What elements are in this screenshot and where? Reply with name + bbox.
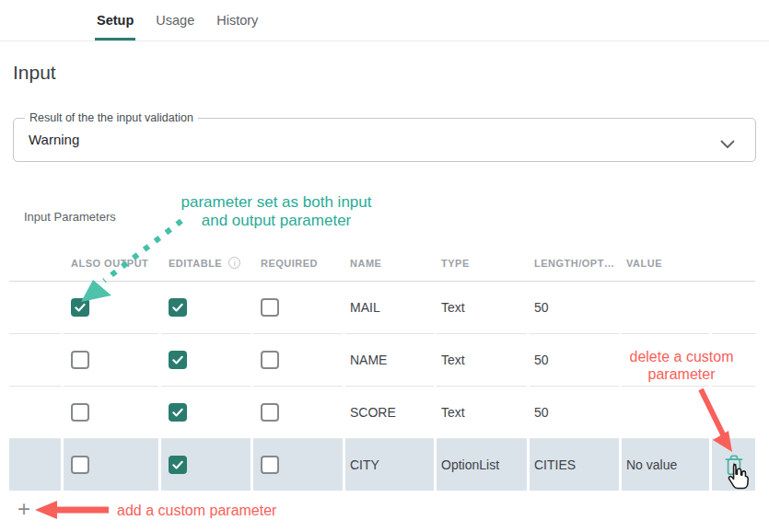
validation-result-select[interactable]: Result of the the input validation Warni…: [13, 118, 756, 162]
length-cell: 50: [530, 334, 619, 387]
type-cell: Text: [437, 387, 527, 439]
required-cell: [253, 387, 343, 439]
name-cell: CITY: [345, 439, 434, 491]
actions-cell: [712, 439, 755, 491]
input-parameters-table: ALSO OUTPUT EDITABLE i REQUIRED NAME TYP…: [9, 245, 755, 491]
value-cell: [622, 334, 709, 387]
required-cell: [253, 439, 343, 491]
value-cell: [622, 282, 709, 334]
value-cell: [622, 387, 709, 439]
header-name: NAME: [345, 258, 434, 269]
name-cell: SCORE: [345, 387, 434, 439]
header-value: VALUE: [622, 258, 709, 269]
editable-checkbox[interactable]: [169, 403, 187, 422]
required-checkbox[interactable]: [261, 351, 279, 369]
also-output-checkbox[interactable]: [71, 351, 89, 369]
table-row: CITYOptionListCITIESNo value: [9, 439, 755, 491]
type-cell: OptionList: [437, 439, 527, 491]
length-cell: CITIES: [530, 439, 619, 491]
header-type: TYPE: [437, 258, 527, 269]
row-spacer-cell: [9, 282, 61, 334]
annotation-add: add a custom parameter: [117, 502, 329, 520]
input-parameters-label: Input Parameters: [24, 210, 769, 225]
tab-usage[interactable]: Usage: [154, 0, 196, 40]
header-required: REQUIRED: [253, 258, 343, 269]
table-row: MAILText50: [9, 282, 755, 334]
actions-cell: [712, 282, 755, 334]
tab-bar: Setup Usage History: [0, 0, 769, 41]
also-output-checkbox[interactable]: [71, 298, 89, 317]
length-cell: 50: [530, 282, 619, 334]
also-output-cell: [64, 334, 158, 387]
tab-history[interactable]: History: [215, 0, 260, 40]
header-editable: EDITABLE i: [161, 257, 251, 269]
editable-cell: [161, 387, 251, 439]
type-cell: Text: [437, 334, 527, 387]
also-output-cell: [64, 282, 158, 334]
length-cell: 50: [530, 387, 619, 439]
also-output-checkbox[interactable]: [71, 403, 89, 422]
header-editable-label: EDITABLE: [169, 258, 222, 269]
chevron-down-icon: [720, 136, 735, 153]
editable-cell: [161, 439, 251, 491]
red-add-arrow: [35, 501, 109, 519]
also-output-checkbox[interactable]: [71, 456, 89, 474]
required-checkbox[interactable]: [261, 456, 279, 474]
tab-setup[interactable]: Setup: [95, 0, 135, 40]
editable-cell: [161, 334, 251, 387]
editable-checkbox[interactable]: [169, 456, 187, 474]
param-rows: MAILText50NAMEText50SCOREText50CITYOptio…: [9, 282, 755, 491]
table-row: SCOREText50: [9, 387, 755, 439]
value-cell: No value: [622, 439, 709, 491]
name-cell: MAIL: [345, 282, 434, 334]
validation-result-label: Result of the the input validation: [25, 111, 198, 124]
also-output-cell: [64, 387, 158, 439]
required-checkbox[interactable]: [261, 298, 279, 317]
add-parameter-button[interactable]: +: [13, 498, 35, 522]
required-cell: [253, 282, 343, 334]
annotation-both-io-line1: parameter set as both input: [162, 193, 390, 212]
actions-cell: [712, 334, 755, 387]
header-also-output: ALSO OUTPUT: [64, 258, 158, 269]
header-length: LENGTH/OPT…: [530, 258, 619, 269]
required-cell: [253, 334, 343, 387]
page-title: Input: [13, 61, 769, 85]
row-spacer-cell: [9, 439, 61, 491]
type-cell: Text: [437, 282, 527, 334]
editable-checkbox[interactable]: [169, 351, 187, 369]
table-row: NAMEText50: [9, 334, 755, 387]
actions-cell: [712, 387, 755, 439]
trash-icon[interactable]: [724, 454, 744, 477]
also-output-cell: [64, 439, 158, 491]
editable-checkbox[interactable]: [169, 298, 187, 317]
table-header-row: ALSO OUTPUT EDITABLE i REQUIRED NAME TYP…: [9, 245, 755, 282]
editable-cell: [161, 282, 251, 334]
name-cell: NAME: [345, 334, 434, 387]
row-spacer-cell: [9, 334, 61, 387]
required-checkbox[interactable]: [261, 403, 279, 422]
info-icon[interactable]: i: [228, 257, 240, 269]
validation-result-value: Warning: [14, 119, 755, 161]
row-spacer-cell: [9, 387, 61, 439]
